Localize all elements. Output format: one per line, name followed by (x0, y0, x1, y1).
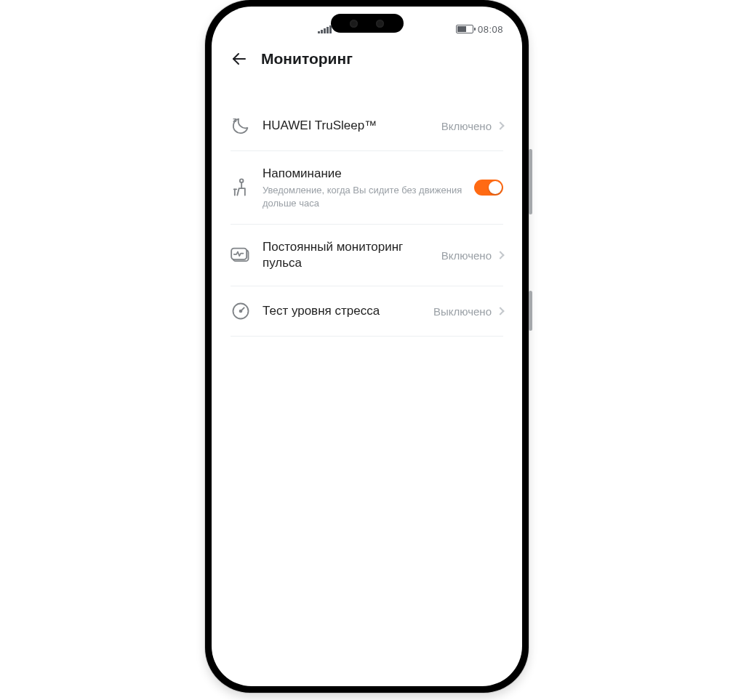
reminder-toggle[interactable] (474, 180, 503, 196)
svg-point-1 (240, 179, 244, 182)
row-reminder: Напоминание Уведомление, когда Вы сидите… (231, 151, 503, 225)
phone-frame: 08:08 Мониторинг (205, 0, 529, 693)
row-trusleep[interactable]: HUAWEI TruSleep™ Включено (231, 101, 503, 151)
status-time: 08:08 (478, 24, 503, 35)
row-value: Включено (441, 249, 492, 262)
row-title: Тест уровня стресса (263, 303, 422, 319)
battery-icon (456, 25, 473, 33)
chevron-right-icon (496, 307, 504, 315)
page-title: Мониторинг (261, 50, 353, 68)
row-subtitle: Уведомление, когда Вы сидите без движени… (263, 184, 462, 209)
chevron-right-icon (496, 121, 504, 129)
signal-icon (318, 25, 332, 33)
settings-list: HUAWEI TruSleep™ Включено (212, 101, 522, 337)
row-title: Напоминание (263, 166, 462, 182)
gauge-icon (231, 301, 251, 321)
row-heartrate[interactable]: Постоянный мониторинг пульса Включено (231, 225, 503, 286)
row-title: HUAWEI TruSleep™ (263, 118, 430, 134)
moon-sleep-icon (231, 116, 251, 136)
screen: 08:08 Мониторинг (212, 7, 522, 686)
row-value: Включено (441, 120, 492, 132)
page-header: Мониторинг (212, 50, 522, 68)
sitting-person-icon (231, 177, 251, 198)
power-button (529, 291, 532, 331)
volume-button (529, 149, 532, 214)
heart-rate-icon (231, 245, 251, 265)
svg-point-5 (240, 310, 242, 313)
back-icon[interactable] (231, 50, 248, 68)
row-value: Выключено (433, 305, 492, 318)
row-title: Постоянный мониторинг пульса (263, 239, 430, 271)
row-stress[interactable]: Тест уровня стресса Выключено (231, 286, 503, 337)
status-bar: 08:08 (212, 7, 522, 40)
chevron-right-icon (496, 252, 504, 260)
